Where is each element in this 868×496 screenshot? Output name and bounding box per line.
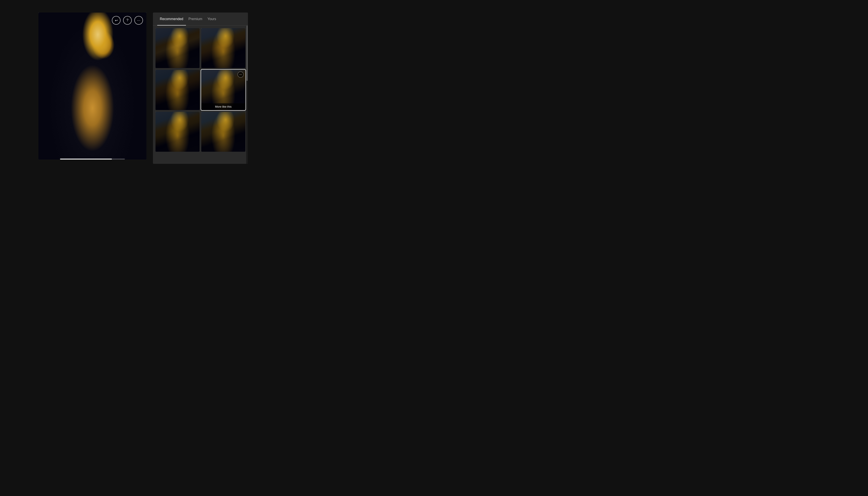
more-like-this-overlay: More like this bbox=[201, 103, 245, 110]
main-panel: ↩ ? ⋯ Recommended bbox=[38, 10, 276, 166]
thumbnail-2[interactable] bbox=[201, 28, 245, 68]
undo-icon: ↩ bbox=[115, 18, 118, 22]
more-options-button[interactable]: ⋯ bbox=[134, 16, 143, 25]
photo-area: ↩ ? ⋯ bbox=[38, 13, 146, 159]
tab-recommended[interactable]: Recommended bbox=[157, 13, 186, 26]
thumb-person-3 bbox=[156, 70, 199, 110]
undo-button[interactable]: ↩ bbox=[112, 16, 120, 25]
thumbnail-1[interactable] bbox=[156, 28, 199, 68]
scroll-track[interactable] bbox=[246, 26, 248, 164]
main-photo: ↩ ? ⋯ bbox=[38, 13, 146, 159]
right-panel: Recommended Premium Yours bbox=[153, 13, 248, 164]
progress-bar-container bbox=[60, 159, 125, 159]
more-like-this-label: More like this bbox=[215, 105, 232, 108]
tabs-header: Recommended Premium Yours bbox=[153, 13, 248, 26]
thumbnail-4[interactable]: ⋯ More like this bbox=[201, 70, 245, 110]
photo-toolbar: ↩ ? ⋯ bbox=[112, 16, 143, 25]
dots-icon: ⋯ bbox=[239, 73, 242, 76]
thumb-person-1 bbox=[156, 28, 199, 68]
thumbnail-5[interactable] bbox=[156, 112, 199, 152]
tab-premium[interactable]: Premium bbox=[186, 13, 205, 26]
help-button[interactable]: ? bbox=[123, 16, 132, 25]
thumb-person-2 bbox=[201, 28, 245, 68]
progress-bar-fill bbox=[60, 159, 112, 159]
help-icon: ? bbox=[127, 18, 129, 22]
thumb-person-5 bbox=[156, 112, 199, 152]
thumbnail-6[interactable] bbox=[201, 112, 245, 152]
thumbnails-area[interactable]: ⋯ More like this bbox=[153, 26, 248, 164]
scroll-thumb bbox=[246, 26, 248, 81]
more-icon: ⋯ bbox=[137, 18, 140, 22]
photo-person bbox=[38, 13, 146, 159]
thumb-person-6 bbox=[201, 112, 245, 152]
app-container: ↩ ? ⋯ Recommended bbox=[0, 0, 315, 176]
thumbnail-3[interactable] bbox=[156, 70, 199, 110]
tab-yours[interactable]: Yours bbox=[205, 13, 219, 26]
